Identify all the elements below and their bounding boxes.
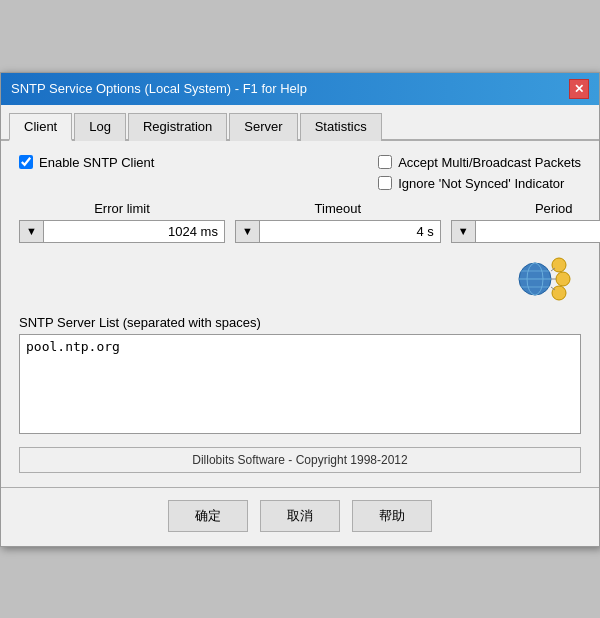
period-input[interactable] <box>476 221 600 242</box>
tab-statistics[interactable]: Statistics <box>300 113 382 141</box>
ignore-synced-checkbox[interactable] <box>378 176 392 190</box>
error-limit-input[interactable] <box>44 221 224 242</box>
svg-point-7 <box>552 286 566 300</box>
timeout-down-button[interactable]: ▼ <box>236 221 260 242</box>
accept-multi-checkbox-label[interactable]: Accept Multi/Broadcast Packets <box>378 155 581 170</box>
tab-log[interactable]: Log <box>74 113 126 141</box>
tab-client[interactable]: Client <box>9 113 72 141</box>
error-limit-group: Error limit ▼ <box>19 201 225 243</box>
server-list-label: SNTP Server List (separated with spaces) <box>19 315 581 330</box>
button-row: 确定 取消 帮助 <box>1 487 599 546</box>
error-limit-label: Error limit <box>94 201 150 216</box>
icon-area <box>19 251 571 307</box>
period-control: ▼ <box>451 220 600 243</box>
timeout-input[interactable] <box>260 221 440 242</box>
accept-multi-checkbox[interactable] <box>378 155 392 169</box>
tab-content: Enable SNTP Client Accept Multi/Broadcas… <box>1 141 599 487</box>
tab-registration[interactable]: Registration <box>128 113 227 141</box>
close-button[interactable]: ✕ <box>569 79 589 99</box>
copyright-bar: Dillobits Software - Copyright 1998-2012 <box>19 447 581 473</box>
spinners-row: Error limit ▼ Timeout ▼ Period ▼ <box>19 201 581 243</box>
server-list-textarea[interactable]: pool.ntp.org <box>19 334 581 434</box>
enable-sntp-checkbox[interactable] <box>19 155 33 169</box>
ignore-synced-checkbox-label[interactable]: Ignore 'Not Synced' Indicator <box>378 176 581 191</box>
period-group: Period ▼ <box>451 201 600 243</box>
ok-button[interactable]: 确定 <box>168 500 248 532</box>
cancel-button[interactable]: 取消 <box>260 500 340 532</box>
main-window: SNTP Service Options (Local System) - F1… <box>0 72 600 547</box>
enable-sntp-label: Enable SNTP Client <box>39 155 154 170</box>
timeout-label: Timeout <box>315 201 361 216</box>
timeout-group: Timeout ▼ <box>235 201 441 243</box>
error-limit-control: ▼ <box>19 220 225 243</box>
window-title: SNTP Service Options (Local System) - F1… <box>11 81 307 96</box>
title-bar: SNTP Service Options (Local System) - F1… <box>1 73 599 105</box>
period-down-button[interactable]: ▼ <box>452 221 476 242</box>
help-button[interactable]: 帮助 <box>352 500 432 532</box>
right-checks: Accept Multi/Broadcast Packets Ignore 'N… <box>378 155 581 191</box>
accept-multi-label: Accept Multi/Broadcast Packets <box>398 155 581 170</box>
timeout-control: ▼ <box>235 220 441 243</box>
network-icon <box>507 251 571 307</box>
tab-bar: Client Log Registration Server Statistic… <box>1 105 599 141</box>
period-label: Period <box>535 201 573 216</box>
svg-point-6 <box>556 272 570 286</box>
tab-server[interactable]: Server <box>229 113 297 141</box>
ignore-synced-label: Ignore 'Not Synced' Indicator <box>398 176 564 191</box>
error-limit-down-button[interactable]: ▼ <box>20 221 44 242</box>
svg-point-5 <box>552 258 566 272</box>
enable-sntp-checkbox-label[interactable]: Enable SNTP Client <box>19 155 154 170</box>
